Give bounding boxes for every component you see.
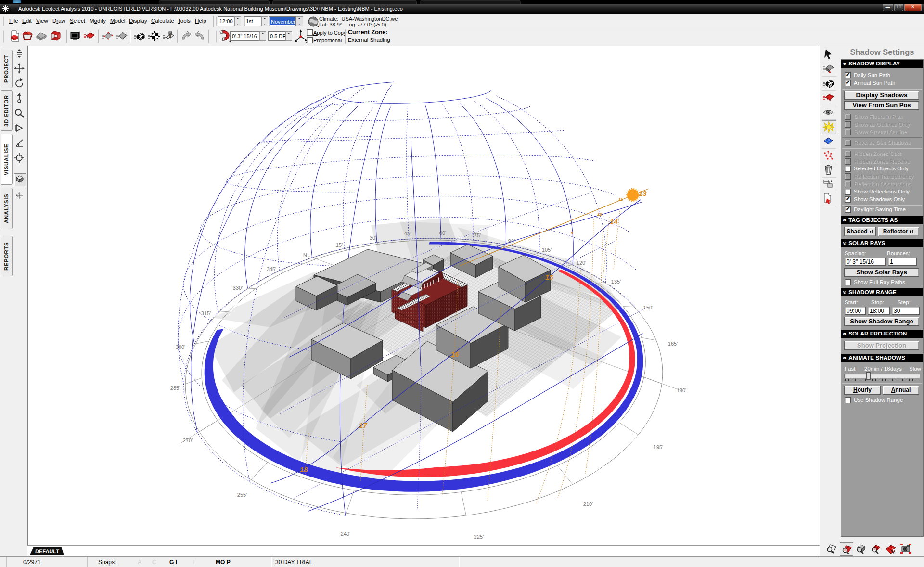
svg-text:300': 300' <box>176 344 185 350</box>
svg-text:11: 11 <box>618 197 623 202</box>
svg-text:10: 10 <box>597 212 602 217</box>
svg-text:210': 210' <box>583 501 593 507</box>
svg-text:345': 345' <box>267 266 276 272</box>
svg-text:N: N <box>303 252 307 258</box>
svg-text:105': 105' <box>542 247 552 253</box>
svg-text:270': 270' <box>183 438 192 443</box>
svg-text:255': 255' <box>237 492 247 498</box>
svg-text:285': 285' <box>170 385 180 391</box>
svg-text:120': 120' <box>577 260 586 266</box>
svg-text:90': 90' <box>508 238 515 244</box>
svg-text:15': 15' <box>336 242 343 248</box>
svg-text:45': 45' <box>404 231 411 236</box>
svg-text:16: 16 <box>451 350 459 358</box>
svg-text:9: 9 <box>571 231 573 235</box>
svg-text:60': 60' <box>439 230 446 236</box>
svg-text:240': 240' <box>341 531 350 537</box>
svg-text:17: 17 <box>359 421 367 429</box>
svg-text:135': 135' <box>611 279 621 284</box>
svg-text:13: 13 <box>639 189 647 197</box>
svg-text:195': 195' <box>654 444 663 450</box>
svg-text:75': 75' <box>474 232 481 238</box>
svg-text:225': 225' <box>474 534 484 540</box>
svg-text:15: 15 <box>545 273 553 281</box>
svg-text:150': 150' <box>643 305 653 310</box>
svg-text:30': 30' <box>370 235 376 241</box>
svg-text:180': 180' <box>677 387 686 393</box>
svg-text:14: 14 <box>610 218 618 226</box>
svg-text:315': 315' <box>201 310 211 316</box>
svg-text:165': 165' <box>668 341 678 347</box>
svg-text:18: 18 <box>300 465 308 474</box>
svg-text:330': 330' <box>233 285 243 291</box>
